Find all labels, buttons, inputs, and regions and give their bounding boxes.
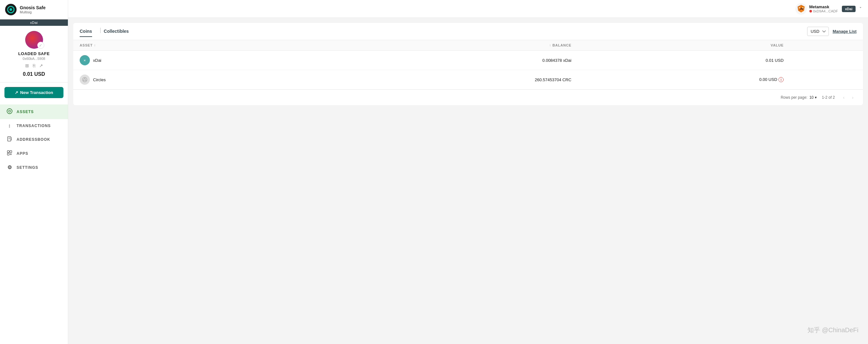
network-badge[interactable]: xDai — [842, 6, 856, 12]
value-column-header: VALUE — [578, 40, 790, 51]
actions-column-header — [790, 40, 863, 51]
assets-label: ASSETS — [17, 110, 34, 114]
content-inner: Coins | Collectibles USD EUR ETH Manage … — [73, 23, 863, 105]
tab-collectibles[interactable]: Collectibles — [104, 26, 129, 37]
apps-icon — [6, 150, 13, 157]
safe-name: LOADED SAFE — [18, 51, 50, 56]
asset-name-cell: Circles — [73, 70, 296, 90]
sidebar: Gnosis Safe Multisig xDai ✓ LOADED SAFE … — [0, 0, 68, 344]
transactions-icon: ↕ — [6, 123, 13, 129]
tab-coins[interactable]: Coins — [80, 26, 92, 37]
qr-code-icon[interactable]: ⊞ — [25, 63, 29, 68]
balance-cell: 0.0084378 xDai — [296, 51, 578, 70]
tabs: Coins | Collectibles — [80, 26, 134, 37]
safe-info: ✓ LOADED SAFE 0x60bA...5908 ⊞ ⎘ ↗ 0.01 U… — [0, 26, 68, 83]
svg-point-30 — [85, 80, 86, 81]
info-icon[interactable]: i — [778, 77, 783, 82]
external-link-icon[interactable]: ↗ — [39, 63, 43, 68]
asset-table: ASSET ↑ ↑ BALANCE VALUE — [73, 40, 863, 90]
svg-rect-12 — [7, 153, 9, 155]
table-toolbar: USD EUR ETH Manage List — [807, 23, 857, 40]
balance-cell: 260.57453704 CRC — [296, 70, 578, 90]
xdai-icon: ✕ — [80, 55, 90, 65]
table-row: Circles 260.57453704 CRC 0.00 USDi — [73, 70, 863, 90]
svg-rect-11 — [10, 151, 12, 153]
copy-icon[interactable]: ⎘ — [33, 63, 35, 68]
currency-select[interactable]: USD EUR ETH — [807, 27, 829, 36]
settings-label: SETTINGS — [17, 165, 38, 170]
svg-text:✕: ✕ — [84, 59, 86, 62]
svg-point-24 — [799, 7, 800, 8]
rows-per-page-label: Rows per page: — [781, 95, 807, 100]
sidebar-item-assets[interactable]: ASSETS — [0, 104, 68, 119]
page-nav: ‹ › — [840, 94, 857, 101]
nav-items: ASSETS ↕ TRANSACTIONS ADDRESSBOOK — [0, 104, 68, 344]
asset-column-header: ASSET ↑ — [73, 40, 296, 51]
next-page-button[interactable]: › — [849, 94, 857, 101]
new-transaction-label: New Transaction — [20, 90, 53, 95]
svg-point-29 — [85, 78, 85, 79]
brand-name: Gnosis Safe — [20, 5, 45, 10]
safe-avatar-wrapper: ✓ — [25, 31, 43, 49]
topbar: Metamask 0xD9A4...CADF xDai ˅ — [68, 0, 868, 18]
main: Metamask 0xD9A4...CADF xDai ˅ Coins | Co… — [68, 0, 868, 344]
topbar-chevron-icon[interactable]: ˅ — [859, 6, 862, 11]
metamask-details: Metamask 0xD9A4...CADF — [809, 4, 838, 13]
asset-sort-icon[interactable]: ↑ — [94, 43, 96, 47]
sidebar-brand: Gnosis Safe Multisig — [20, 5, 45, 14]
sidebar-header: Gnosis Safe Multisig — [0, 0, 68, 20]
gnosis-logo — [5, 4, 17, 15]
sidebar-item-transactions[interactable]: ↕ TRANSACTIONS — [0, 119, 68, 132]
metamask-info: Metamask 0xD9A4...CADF — [795, 3, 838, 14]
rows-per-page: Rows per page: 10 ▾ — [781, 95, 817, 100]
balance-sort-icon[interactable]: ↑ — [549, 43, 551, 47]
metamask-avatar-icon — [795, 3, 807, 14]
per-page-chevron-icon: ▾ — [815, 95, 817, 100]
safe-avatar-check[interactable]: ✓ — [37, 42, 44, 49]
balance-column-header: ↑ BALANCE — [296, 40, 578, 51]
apps-label: APPS — [17, 151, 28, 156]
addressbook-icon — [6, 136, 13, 143]
value-cell: 0.01 USD — [578, 51, 790, 70]
settings-icon: ⚙ — [6, 164, 13, 170]
row-actions-cell — [790, 51, 863, 70]
asset-name: Circles — [93, 77, 106, 82]
metamask-address: 0xD9A4...CADF — [809, 9, 838, 13]
pagination: Rows per page: 10 ▾ 1-2 of 2 ‹ › — [73, 90, 863, 105]
addressbook-label: ADDRESSBOOK — [17, 137, 50, 142]
metamask-status-dot — [809, 10, 812, 12]
content: Coins | Collectibles USD EUR ETH Manage … — [68, 18, 868, 344]
svg-point-4 — [9, 110, 10, 112]
new-transaction-button[interactable]: ↗ New Transaction — [4, 87, 63, 98]
transactions-label: TRANSACTIONS — [17, 124, 51, 128]
safe-balance: 0.01 USD — [23, 71, 45, 77]
safe-address: 0x60bA...5908 — [23, 57, 45, 61]
sidebar-item-addressbook[interactable]: ADDRESSBOOK — [0, 132, 68, 147]
row-actions-cell — [790, 70, 863, 90]
asset-name-cell: ✕ xDai — [73, 51, 296, 70]
svg-point-3 — [7, 108, 12, 114]
sidebar-item-apps[interactable]: APPS — [0, 147, 68, 160]
value-cell: 0.00 USDi — [578, 70, 790, 90]
brand-sub: Multisig — [20, 10, 45, 14]
svg-rect-10 — [7, 151, 9, 153]
manage-list-link[interactable]: Manage List — [833, 29, 857, 34]
safe-actions: ⊞ ⎘ ↗ — [25, 63, 43, 68]
table-row: ✕ xDai 0.0084378 xDai 0.01 USD — [73, 51, 863, 70]
assets-icon — [6, 108, 13, 115]
metamask-name: Metamask — [809, 4, 838, 9]
sidebar-item-settings[interactable]: ⚙ SETTINGS — [0, 160, 68, 174]
asset-name: xDai — [93, 58, 101, 63]
svg-point-31 — [83, 80, 84, 81]
svg-point-23 — [802, 7, 803, 8]
safe-network-label: xDai — [0, 20, 68, 26]
arrow-up-icon: ↗ — [15, 90, 18, 95]
per-page-select[interactable]: 10 ▾ — [809, 95, 817, 100]
svg-point-2 — [9, 8, 12, 11]
page-info: 1-2 of 2 — [822, 95, 835, 100]
circles-icon — [80, 74, 90, 85]
prev-page-button[interactable]: ‹ — [840, 94, 847, 101]
